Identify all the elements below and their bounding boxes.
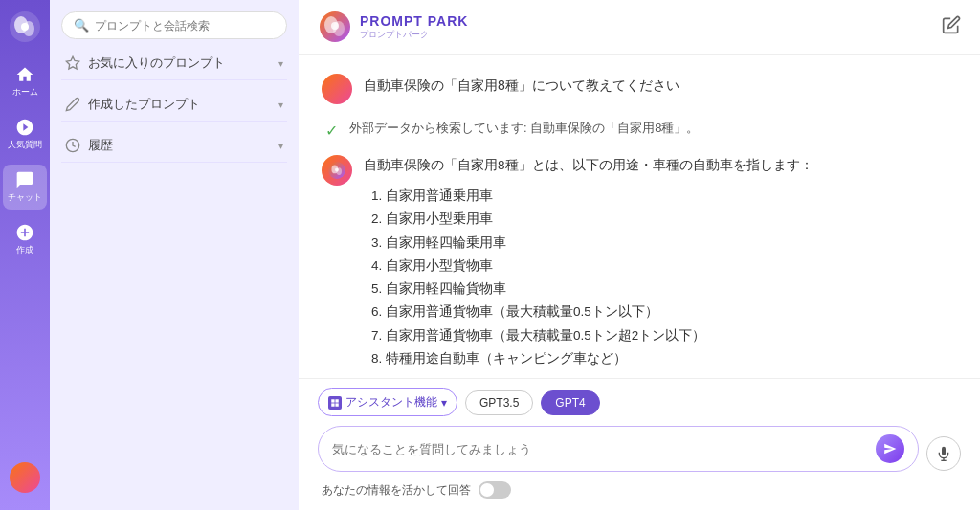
header-subtitle: プロンプトパーク <box>360 29 468 41</box>
history-icon <box>65 138 80 153</box>
sidebar: ホーム 人気質問 チャット 作成 <box>0 0 50 510</box>
favorites-label: お気に入りのプロンプト <box>88 55 225 72</box>
sidebar-item-create[interactable]: 作成 <box>3 217 47 262</box>
list-item: 3. 自家用軽四輪乗用車 <box>371 232 957 255</box>
check-icon: ✓ <box>325 122 338 140</box>
history-left: 履歴 <box>65 137 113 154</box>
pen-icon <box>65 97 80 112</box>
left-panel: 🔍 お気に入りのプロンプト ▾ 作成したプロンプト ▾ 履歴 <box>50 0 299 510</box>
sidebar-item-chat-label: チャット <box>8 191 42 204</box>
user-message: 自動車保険の「自家用8種」について教えてください <box>322 74 957 104</box>
created-left: 作成したプロンプト <box>65 96 200 113</box>
favorites-chevron: ▾ <box>278 58 283 69</box>
sidebar-item-home-label: ホーム <box>12 86 38 99</box>
info-toggle[interactable] <box>479 481 511 499</box>
input-row <box>318 426 919 472</box>
assistant-icon <box>328 396 342 410</box>
ai-list: 1. 自家用普通乗用車 2. 自家用小型乗用車 3. 自家用軽四輪乗用車 4. … <box>371 185 957 370</box>
list-item: 5. 自家用軽四輪貨物車 <box>371 277 957 300</box>
star-icon <box>65 55 80 71</box>
ai-response: 自動車保険の「自家用8種」とは、以下の用途・車種の自動車を指します： 1. 自家… <box>322 155 957 378</box>
sidebar-item-popular[interactable]: 人気質問 <box>3 112 47 157</box>
model-selector-row: アシスタント機能 ▾ GPT3.5 GPT4 <box>318 388 961 416</box>
ai-intro-text: 自動車保険の「自家用8種」とは、以下の用途・車種の自動車を指します： <box>364 155 957 177</box>
created-label: 作成したプロンプト <box>88 96 200 113</box>
list-item: 6. 自家用普通貨物車（最大積載量0.5トン以下） <box>371 300 957 323</box>
favorites-menu-item[interactable]: お気に入りのプロンプト ▾ <box>61 47 287 80</box>
send-button[interactable] <box>876 434 904 463</box>
input-container <box>318 426 961 481</box>
logo-icon <box>318 10 352 44</box>
header-title-group: PROMPT PARK プロンプトパーク <box>360 13 468 41</box>
history-label: 履歴 <box>88 137 113 154</box>
ai-avatar <box>322 155 352 186</box>
chat-content: 自動車保険の「自家用8種」について教えてください ✓ 外部データから検索していま… <box>299 55 980 378</box>
gpt35-button[interactable]: GPT3.5 <box>465 390 533 415</box>
list-item: 8. 特種用途自動車（キャンピング車など） <box>371 347 957 370</box>
gpt4-button[interactable]: GPT4 <box>541 390 599 415</box>
svg-point-3 <box>21 23 29 31</box>
header-logo: PROMPT PARK プロンプトパーク <box>318 10 468 44</box>
list-item: 2. 自家用小型乗用車 <box>371 208 957 231</box>
system-text: 外部データから検索しています: 自動車保険の「自家用8種」。 <box>349 120 699 137</box>
created-menu-item[interactable]: 作成したプロンプト ▾ <box>61 88 287 122</box>
user-avatar-message <box>322 74 352 104</box>
assistant-label: アシスタント機能 <box>345 394 437 410</box>
bottom-area: アシスタント機能 ▾ GPT3.5 GPT4 <box>299 378 980 510</box>
user-avatar-sidebar[interactable] <box>10 462 40 493</box>
favorites-left: お気に入りのプロンプト <box>65 55 225 72</box>
search-box[interactable]: 🔍 <box>61 11 287 39</box>
assistant-button[interactable]: アシスタント機能 ▾ <box>318 388 457 416</box>
create-icon <box>15 223 34 242</box>
created-chevron: ▾ <box>278 100 283 110</box>
chat-icon <box>15 170 34 189</box>
history-chevron: ▾ <box>278 141 283 151</box>
svg-point-8 <box>331 22 339 30</box>
header-title: PROMPT PARK <box>360 13 468 29</box>
svg-rect-13 <box>331 399 334 402</box>
svg-rect-14 <box>335 399 338 402</box>
send-icon <box>883 442 897 455</box>
popular-icon <box>15 118 34 137</box>
svg-rect-16 <box>335 403 338 406</box>
info-text: あなたの情報を活かして回答 <box>322 482 471 499</box>
sidebar-item-chat[interactable]: チャット <box>3 165 47 210</box>
assistant-chevron: ▾ <box>441 396 447 410</box>
edit-icon[interactable] <box>942 15 961 38</box>
ai-logo-icon <box>327 161 346 180</box>
svg-rect-15 <box>331 403 334 406</box>
sidebar-logo <box>8 10 42 52</box>
search-icon: 🔍 <box>74 18 89 33</box>
header: PROMPT PARK プロンプトパーク <box>299 0 980 55</box>
search-input[interactable] <box>95 19 275 33</box>
svg-point-12 <box>335 168 339 172</box>
list-item: 1. 自家用普通乗用車 <box>371 185 957 208</box>
main-area: PROMPT PARK プロンプトパーク 自動車保険の「自家用8種」について教え… <box>299 0 980 510</box>
mic-icon <box>936 446 951 461</box>
list-item: 4. 自家用小型貨物車 <box>371 255 957 277</box>
history-menu-item[interactable]: 履歴 ▾ <box>61 129 287 163</box>
home-icon <box>15 65 34 84</box>
ai-response-body: 自動車保険の「自家用8種」とは、以下の用途・車種の自動車を指します： 1. 自家… <box>364 155 957 378</box>
chat-input[interactable] <box>332 442 868 456</box>
sidebar-item-create-label: 作成 <box>16 244 33 256</box>
user-text: 自動車保険の「自家用8種」について教えてください <box>364 74 679 95</box>
list-item: 7. 自家用普通貨物車（最大積載量0.5トン超2トン以下） <box>371 324 957 347</box>
system-message: ✓ 外部データから検索しています: 自動車保険の「自家用8種」。 <box>322 120 957 140</box>
mic-button[interactable] <box>926 436 961 471</box>
info-row: あなたの情報を活かして回答 <box>318 481 961 499</box>
sidebar-item-popular-label: 人気質問 <box>8 139 42 151</box>
sidebar-item-home[interactable]: ホーム <box>3 59 47 104</box>
